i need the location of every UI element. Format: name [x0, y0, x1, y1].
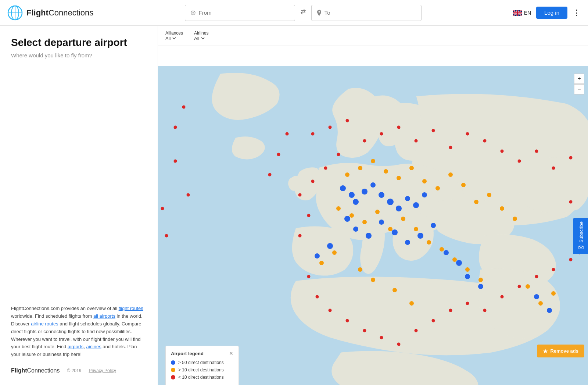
airport-dot-red[interactable] [569, 258, 573, 261]
airport-dot-red[interactable] [277, 153, 280, 156]
airport-dot-yellow[interactable] [500, 206, 504, 211]
airport-dot-yellow[interactable] [388, 227, 392, 231]
airport-dot-blue[interactable] [344, 216, 350, 222]
more-menu-icon[interactable]: ⋮ [573, 8, 581, 18]
airport-dot-red[interactable] [535, 275, 538, 278]
airport-dot-red[interactable] [449, 146, 452, 149]
airport-dot-blue[interactable] [413, 202, 419, 208]
airport-dot-yellow[interactable] [474, 200, 478, 204]
airport-dot-red[interactable] [329, 125, 332, 129]
subscribe-button[interactable]: Subscribe [573, 218, 588, 254]
airport-dot-yellow[interactable] [319, 261, 324, 265]
airport-dot-blue[interactable] [396, 206, 402, 211]
airport-dot-blue[interactable] [422, 192, 427, 197]
airport-dot-yellow[interactable] [409, 301, 414, 306]
airport-dot-blue[interactable] [392, 229, 398, 235]
airport-dot-blue[interactable] [456, 260, 462, 266]
airport-dot-red[interactable] [186, 193, 190, 197]
airport-dot-red[interactable] [298, 234, 302, 238]
airport-dot-red[interactable] [415, 329, 418, 332]
airport-dot-red[interactable] [466, 302, 469, 305]
airport-dot-yellow[interactable] [349, 213, 354, 218]
airport-dot-red[interactable] [286, 132, 289, 136]
to-search[interactable] [311, 5, 422, 21]
airport-dot-yellow[interactable] [336, 206, 341, 211]
from-search[interactable] [185, 5, 295, 21]
airport-dot-red[interactable] [397, 343, 401, 346]
remove-ads-button[interactable]: Remove ads [537, 345, 584, 357]
to-input[interactable] [325, 10, 416, 16]
all-airports-link[interactable]: all airports [93, 313, 115, 319]
airport-dot-yellow[interactable] [375, 210, 380, 214]
airlines-dropdown[interactable]: All [194, 36, 208, 41]
airport-dot-red[interactable] [345, 319, 349, 322]
airport-dot-red[interactable] [535, 149, 538, 153]
airport-dot-yellow[interactable] [526, 284, 530, 289]
airport-dot-blue[interactable] [379, 192, 384, 198]
airport-dot-yellow[interactable] [371, 278, 375, 282]
airport-dot-red[interactable] [501, 149, 504, 153]
airport-dot-blue[interactable] [379, 220, 384, 225]
zoom-in-button[interactable]: + [574, 74, 584, 84]
airport-dot-blue[interactable] [417, 233, 423, 239]
airport-dot-yellow[interactable] [513, 217, 517, 221]
airport-dot-red[interactable] [345, 119, 349, 122]
airport-dot-red[interactable] [307, 275, 310, 278]
airport-dot-yellow[interactable] [332, 250, 337, 255]
airport-dot-red[interactable] [569, 156, 573, 159]
airport-dot-red[interactable] [431, 129, 435, 132]
flight-routes-link[interactable]: flight routes [119, 306, 143, 311]
airport-dot-blue[interactable] [465, 274, 470, 279]
airport-dot-yellow[interactable] [435, 186, 440, 190]
airport-dot-yellow[interactable] [358, 166, 362, 170]
airport-dot-yellow[interactable] [465, 267, 470, 272]
alliances-dropdown[interactable]: All [165, 36, 183, 41]
airport-dot-yellow[interactable] [487, 193, 491, 197]
airport-dot-red[interactable] [552, 268, 555, 271]
airport-dot-blue[interactable] [534, 294, 539, 299]
airport-dot-yellow[interactable] [409, 166, 414, 170]
airport-dot-blue[interactable] [353, 199, 359, 205]
airport-dot-red[interactable] [363, 329, 366, 332]
airline-routes-link[interactable]: airline routes [31, 321, 58, 327]
airport-dot-yellow[interactable] [440, 247, 444, 252]
airport-dot-blue[interactable] [340, 185, 346, 191]
airlines-link[interactable]: airlines [86, 344, 101, 349]
airport-dot-red[interactable] [380, 336, 383, 339]
airport-dot-yellow[interactable] [478, 278, 483, 282]
airport-dot-blue[interactable] [315, 253, 320, 259]
airport-dot-yellow[interactable] [414, 227, 418, 231]
airport-dot-red[interactable] [311, 132, 315, 136]
airport-dot-yellow[interactable] [392, 288, 397, 292]
airport-dot-red[interactable] [315, 295, 319, 298]
airport-dot-red[interactable] [307, 214, 310, 217]
airport-dot-red[interactable] [337, 153, 340, 156]
airport-dot-yellow[interactable] [358, 267, 362, 272]
airport-dot-yellow[interactable] [401, 217, 405, 221]
airport-dot-red[interactable] [173, 125, 177, 129]
airport-dot-blue[interactable] [444, 250, 449, 255]
airport-dot-red[interactable] [380, 132, 383, 136]
airport-dot-blue[interactable] [478, 284, 483, 289]
airport-dot-red[interactable] [298, 193, 302, 197]
swap-icon[interactable] [300, 8, 307, 17]
airport-dot-red[interactable] [329, 309, 332, 312]
airport-dot-blue[interactable] [370, 182, 376, 188]
airport-dot-blue[interactable] [547, 308, 552, 313]
airport-dot-red[interactable] [431, 319, 435, 322]
zoom-out-button[interactable]: − [574, 84, 584, 95]
airport-dot-yellow[interactable] [397, 176, 401, 180]
airport-dot-yellow[interactable] [551, 291, 556, 296]
from-input[interactable] [199, 10, 290, 16]
airport-dot-red[interactable] [165, 234, 168, 238]
airport-dot-red[interactable] [363, 139, 366, 142]
privacy-policy-link[interactable]: Privacy Policy [89, 368, 116, 373]
login-button[interactable]: Log in [536, 7, 567, 19]
legend-close-button[interactable]: ✕ [229, 350, 233, 356]
airport-dot-yellow[interactable] [345, 172, 349, 177]
airport-dot-blue[interactable] [353, 227, 358, 232]
airport-dot-yellow[interactable] [538, 301, 543, 306]
airport-dot-red[interactable] [324, 166, 327, 170]
airport-dot-red[interactable] [415, 139, 418, 142]
airport-dot-blue[interactable] [366, 233, 372, 239]
